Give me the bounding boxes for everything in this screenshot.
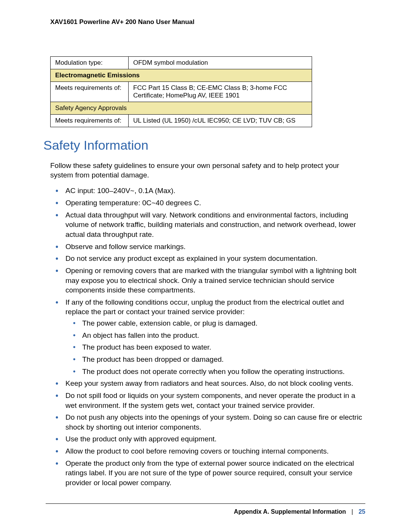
table-row: Electromagnetic Emissions [51,69,312,82]
list-item: The product does not operate correctly w… [65,367,365,377]
spec-value: FCC Part 15 Class B; CE-EMC Class B; 3-h… [129,82,312,102]
list-item: Operating temperature: 0C~40 degrees C. [50,198,365,208]
spec-value: OFDM symbol modulation [129,57,312,69]
list-item: The power cable, extension cable, or plu… [65,318,365,328]
list-item: Keep your system away from radiators and… [50,379,365,388]
list-item: The product has been exposed to water. [65,342,365,352]
spec-label: Meets requirements of: [51,115,129,127]
safety-bullets: AC input: 100–240V~, 0.1A (Max). Operati… [50,186,365,487]
list-item: Opening or removing covers that are mark… [50,266,365,295]
page-number: 25 [358,508,365,515]
spec-label: Modulation type: [51,57,129,69]
spec-header-electromagnetic: Electromagnetic Emissions [51,69,312,82]
spec-table: Modulation type: OFDM symbol modulation … [50,56,312,127]
list-item: The product has been dropped or damaged. [65,355,365,364]
list-item: Do not service any product except as exp… [50,254,365,264]
footer-appendix: Appendix A. Supplemental Information [234,508,346,515]
page: XAV1601 Powerline AV+ 200 Nano User Manu… [0,0,411,532]
intro-paragraph: Follow these safety guidelines to ensure… [50,161,361,180]
list-item-text: If any of the following conditions occur… [65,298,344,316]
list-item: Actual data throughput will vary. Networ… [50,210,365,240]
spec-value: UL Listed (UL 1950) /cUL IEC950; CE LVD;… [129,115,312,127]
list-item: Allow the product to cool before removin… [50,446,365,456]
section-title-safety-information: Safety Information [43,138,411,153]
list-item: If any of the following conditions occur… [50,297,365,376]
list-item: Do not spill food or liquids on your sys… [50,391,365,410]
table-row: Safety Agency Approvals [51,102,312,115]
doc-header: XAV1601 Powerline AV+ 200 Nano User Manu… [50,18,411,26]
list-item: Do not push any objects into the opening… [50,412,365,432]
sub-bullets: The power cable, extension cable, or plu… [65,318,365,376]
footer-separator: | [348,508,357,515]
table-row: Meets requirements of: FCC Part 15 Class… [51,82,312,102]
list-item: Operate the product only from the type o… [50,459,365,488]
spec-header-safety: Safety Agency Approvals [51,102,312,115]
list-item: An object has fallen into the product. [65,331,365,340]
table-row: Meets requirements of: UL Listed (UL 195… [51,115,312,127]
spec-label: Meets requirements of: [51,82,129,102]
list-item: Observe and follow service markings. [50,242,365,252]
footer-rule [46,503,365,504]
page-footer: Appendix A. Supplemental Information | 2… [234,508,365,515]
table-row: Modulation type: OFDM symbol modulation [51,57,312,69]
list-item: AC input: 100–240V~, 0.1A (Max). [50,186,365,196]
list-item: Use the product only with approved equip… [50,434,365,444]
